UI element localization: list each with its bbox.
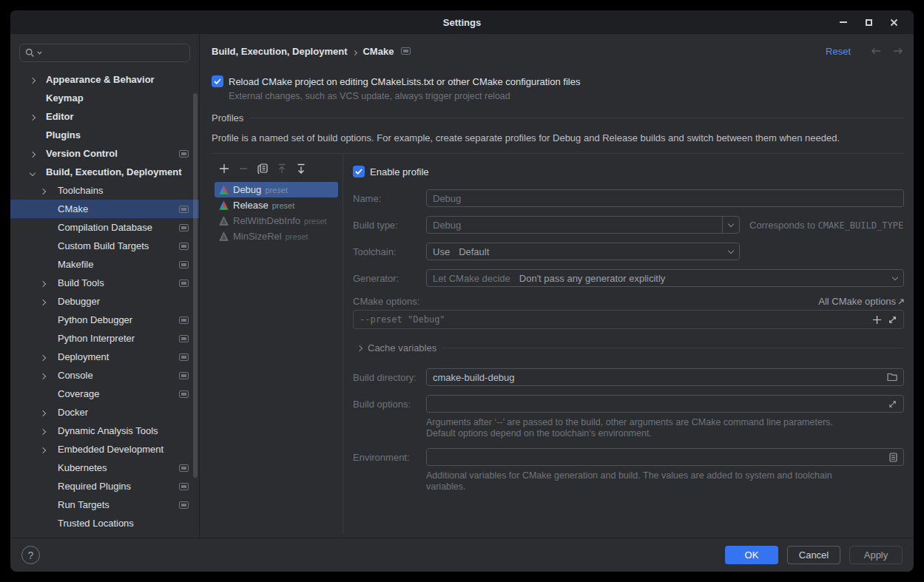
name-input[interactable]: Debug: [426, 189, 904, 207]
sidebar-item-cmake[interactable]: CMake: [10, 200, 199, 218]
apply-button[interactable]: Apply: [849, 546, 903, 564]
build-options-hint: Arguments after ‘--’ are passed to the b…: [426, 417, 904, 439]
check-icon: [214, 78, 221, 84]
cmake-options-input[interactable]: --preset "Debug": [353, 310, 904, 329]
search-input[interactable]: [44, 47, 184, 58]
generator-select[interactable]: Let CMake decideDon't pass any generator…: [426, 269, 904, 287]
move-down-button[interactable]: [295, 163, 307, 175]
sidebar-item-plugins[interactable]: Plugins: [10, 126, 199, 144]
build-directory-input[interactable]: cmake-build-debug: [426, 368, 904, 386]
expand-icon[interactable]: [888, 399, 897, 409]
cmake-icon: [218, 200, 229, 211]
sidebar-item-embedded-development[interactable]: Embedded Development: [10, 440, 199, 459]
sidebar-item-console[interactable]: Console: [10, 366, 199, 385]
sidebar-item-label: Embedded Development: [58, 444, 163, 455]
sidebar-item-custom-build-targets[interactable]: Custom Build Targets: [10, 237, 199, 255]
breadcrumb-item[interactable]: Build, Execution, Deployment: [212, 46, 347, 57]
sidebar-item-python-interpreter[interactable]: Python Interpreter: [10, 329, 199, 348]
folder-icon[interactable]: [887, 373, 897, 382]
chevron-right-icon: [41, 370, 45, 381]
forward-arrow-icon[interactable]: [892, 47, 904, 55]
all-cmake-options-link[interactable]: All CMake options: [818, 296, 904, 307]
back-arrow-icon[interactable]: [870, 47, 882, 55]
sidebar-scrollbar[interactable]: [193, 93, 198, 478]
build-type-value: Debug: [433, 220, 461, 231]
sidebar-item-deployment[interactable]: Deployment: [10, 348, 199, 366]
build-type-label: Build type:: [353, 220, 426, 231]
remove-profile-button[interactable]: [237, 163, 249, 175]
sidebar-item-build-tools[interactable]: Build Tools: [10, 274, 199, 292]
environment-input[interactable]: [426, 448, 904, 466]
chevron-right-icon: [41, 296, 45, 307]
reset-link[interactable]: Reset: [826, 46, 851, 57]
sidebar-item-compilation-database[interactable]: Compilation Database: [10, 218, 199, 237]
project-monitor-icon: [179, 390, 189, 398]
sidebar-item-version-control[interactable]: Version Control: [10, 144, 199, 163]
cache-variables-label: Cache variables: [368, 342, 436, 353]
minimize-button[interactable]: [831, 10, 856, 34]
sidebar-item-keymap[interactable]: Keymap: [10, 89, 199, 107]
profiles-toolbar: [215, 158, 338, 182]
build-options-label: Build options:: [353, 399, 426, 410]
project-monitor-icon: [401, 47, 411, 55]
sidebar-item-python-debugger[interactable]: Python Debugger: [10, 311, 199, 329]
close-button[interactable]: [881, 10, 906, 34]
reload-cmake-checkbox[interactable]: [212, 75, 223, 87]
enable-profile-row[interactable]: Enable profile: [353, 166, 904, 177]
enable-profile-label: Enable profile: [370, 166, 429, 177]
profile-row-minsizerel[interactable]: MinSizeRel preset: [215, 229, 338, 244]
cmake-options-label: CMake options:: [353, 296, 419, 307]
project-monitor-icon: [179, 243, 189, 250]
variables-list-icon[interactable]: [889, 453, 897, 462]
project-monitor-icon: [179, 224, 189, 231]
enable-profile-checkbox[interactable]: [353, 166, 365, 177]
toolchain-select[interactable]: UseDefault: [426, 243, 740, 260]
sidebar-item-label: Makefile: [58, 259, 93, 270]
project-monitor-icon: [179, 261, 189, 268]
move-up-icon: [277, 163, 286, 174]
copy-profile-button[interactable]: [257, 163, 269, 175]
build-type-select[interactable]: Debug: [426, 216, 740, 234]
add-option-icon[interactable]: [872, 315, 882, 325]
sidebar-item-label: Deployment: [58, 351, 109, 362]
build-options-input[interactable]: [426, 395, 904, 413]
sidebar-item-required-plugins[interactable]: Required Plugins: [10, 477, 199, 495]
sidebar-item-run-targets[interactable]: Run Targets: [10, 495, 199, 514]
plus-icon: [219, 163, 229, 174]
help-button[interactable]: ?: [21, 546, 40, 564]
sidebar-item-toolchains[interactable]: Toolchains: [10, 181, 199, 200]
sidebar-item-build-execution-deployment[interactable]: Build, Execution, Deployment: [10, 163, 199, 181]
settings-main: Build, Execution, Deployment CMake Reset…: [200, 34, 914, 538]
sidebar-item-trusted-locations[interactable]: Trusted Locations: [10, 514, 199, 532]
project-monitor-icon: [179, 353, 189, 361]
add-profile-button[interactable]: [218, 163, 230, 175]
chevron-right-icon: [357, 345, 362, 351]
ok-button[interactable]: OK: [725, 546, 778, 564]
profile-row-release[interactable]: Release preset: [215, 197, 338, 213]
move-up-button[interactable]: [276, 163, 288, 175]
profile-preset-tag: preset: [304, 217, 327, 226]
sidebar-item-makefile[interactable]: Makefile: [10, 255, 199, 274]
cache-variables-section[interactable]: Cache variables: [357, 342, 904, 353]
sidebar-item-appearance-behavior[interactable]: Appearance & Behavior: [10, 70, 199, 89]
maximize-button[interactable]: [856, 10, 881, 34]
profile-row-relwithdebinfo[interactable]: RelWithDebInfo preset: [215, 213, 338, 229]
sidebar-item-debugger[interactable]: Debugger: [10, 292, 199, 311]
expand-icon[interactable]: [888, 315, 897, 325]
reload-cmake-checkbox-row[interactable]: Reload CMake project on editing CMakeLis…: [212, 75, 902, 87]
cancel-button[interactable]: Cancel: [787, 546, 840, 564]
profile-row-debug[interactable]: Debug preset: [215, 182, 338, 197]
toolchain-value: Use: [433, 246, 450, 257]
sidebar-item-editor[interactable]: Editor: [10, 107, 199, 126]
sidebar-search-box[interactable]: [19, 44, 190, 62]
sidebar-item-kubernetes[interactable]: Kubernetes: [10, 459, 199, 477]
sidebar-item-dynamic-analysis-tools[interactable]: Dynamic Analysis Tools: [10, 422, 199, 440]
sidebar-item-docker[interactable]: Docker: [10, 403, 199, 422]
chevron-right-icon: [41, 185, 45, 196]
sidebar-item-coverage[interactable]: Coverage: [10, 385, 199, 403]
profile-name: Debug: [233, 184, 261, 195]
sidebar-item-label: Docker: [58, 407, 88, 418]
sidebar-item-label: Editor: [46, 111, 74, 122]
reload-cmake-label: Reload CMake project on editing CMakeLis…: [229, 76, 580, 87]
generator-label: Generator:: [353, 273, 426, 284]
